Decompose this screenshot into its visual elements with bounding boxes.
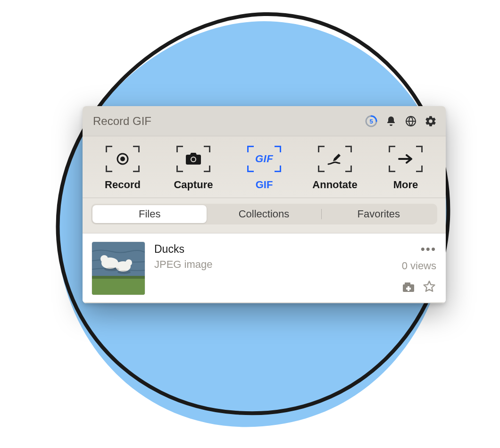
svg-point-15	[117, 270, 131, 274]
gear-icon[interactable]	[424, 115, 437, 128]
window-title: Record GIF	[93, 115, 365, 128]
file-row[interactable]: Ducks JPEG image ••• 0 views	[83, 233, 446, 303]
titlebar: Record GIF 5	[83, 106, 446, 136]
tab-favorites[interactable]: Favorites	[322, 205, 436, 223]
app-window: Record GIF 5	[83, 106, 446, 303]
svg-rect-9	[92, 279, 145, 295]
more-label: More	[393, 179, 418, 191]
tab-files-label: Files	[139, 208, 160, 220]
svg-point-6	[192, 158, 195, 161]
favorite-star-icon[interactable]	[422, 280, 436, 294]
svg-text:5: 5	[369, 117, 373, 124]
pencil-icon	[318, 146, 352, 172]
arrow-right-icon	[389, 146, 423, 172]
gif-icon: GIF	[247, 146, 281, 172]
svg-point-13	[125, 259, 132, 266]
record-label: Record	[105, 179, 141, 191]
svg-point-11	[100, 255, 108, 263]
timer-icon[interactable]: 5	[365, 115, 378, 128]
file-name: Ducks	[154, 243, 392, 256]
record-icon	[106, 146, 140, 172]
file-right-col: ••• 0 views	[401, 242, 436, 294]
file-meta: Ducks JPEG image	[154, 242, 392, 271]
bell-icon[interactable]	[384, 115, 398, 128]
tab-files[interactable]: Files	[92, 205, 207, 223]
annotate-label: Annotate	[312, 179, 357, 191]
more-button[interactable]: More	[373, 146, 439, 191]
tab-collections-label: Collections	[239, 208, 290, 220]
capture-button[interactable]: Capture	[160, 146, 226, 191]
svg-rect-19	[406, 288, 411, 290]
file-type: JPEG image	[154, 258, 392, 271]
camera-icon	[176, 146, 210, 172]
titlebar-icons: 5	[365, 115, 437, 128]
gif-label: GIF	[256, 179, 273, 191]
globe-icon[interactable]	[404, 115, 417, 128]
svg-point-14	[104, 267, 119, 271]
more-dots-icon[interactable]: •••	[421, 243, 436, 255]
annotate-button[interactable]: Annotate	[302, 146, 368, 191]
main-toolbar: Record Capture GIF GIF	[83, 136, 446, 198]
tab-bar: Files Collections Favorites	[83, 198, 446, 233]
file-actions	[401, 280, 436, 294]
gif-button[interactable]: GIF GIF	[231, 146, 297, 191]
tab-favorites-label: Favorites	[358, 208, 400, 220]
svg-rect-17	[405, 282, 410, 285]
views-count: 0 views	[402, 260, 436, 272]
capture-label: Capture	[174, 179, 213, 191]
svg-point-4	[120, 157, 125, 161]
record-button[interactable]: Record	[90, 146, 156, 191]
segmented-control: Files Collections Favorites	[91, 204, 437, 224]
file-thumbnail	[92, 242, 145, 295]
tab-collections[interactable]: Collections	[207, 205, 321, 223]
add-to-collection-icon[interactable]	[401, 280, 416, 294]
